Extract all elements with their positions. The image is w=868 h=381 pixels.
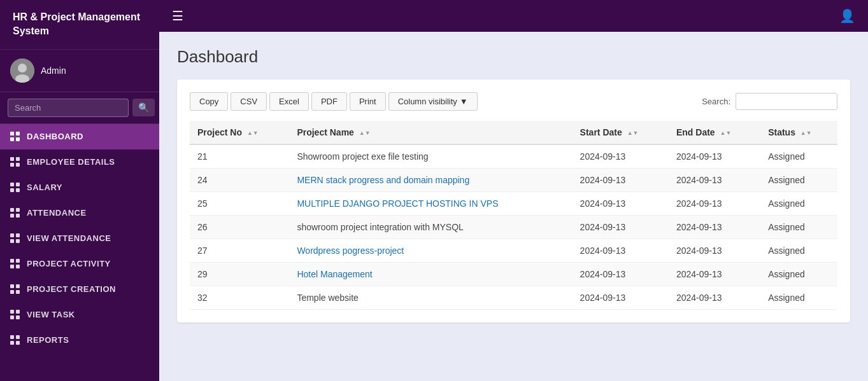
project-name-cell[interactable]: MERN stack progress and domain mapping xyxy=(289,169,572,192)
column-visibility-label: Column visibility xyxy=(398,97,457,106)
csv-button[interactable]: CSV xyxy=(231,92,267,111)
sidebar-item-view-attendance[interactable]: VIEW ATTENDANCE xyxy=(0,226,159,251)
table-row: 24MERN stack progress and domain mapping… xyxy=(190,169,837,192)
main-area: ☰ 👤 Dashboard CopyCSVExcelPDFPrintColumn… xyxy=(159,0,868,381)
dashboard-icon xyxy=(10,132,20,142)
nav-label: VIEW TASK xyxy=(27,310,75,319)
sort-icon-start_date: ▲▼ xyxy=(627,130,639,136)
table-row: 25MULTIPLE DJANGO PROJECT HOSTING IN VPS… xyxy=(190,192,837,216)
status-cell: Assigned xyxy=(760,216,837,239)
search-label: Search: xyxy=(702,97,730,106)
sort-icon-status: ▲▼ xyxy=(800,130,812,136)
start-date-cell: 2024-09-13 xyxy=(573,192,669,216)
status-cell: Assigned xyxy=(760,169,837,192)
projects-table: Project No ▲▼Project Name ▲▼Start Date ▲… xyxy=(190,121,837,310)
sort-icon-project_no: ▲▼ xyxy=(247,130,259,136)
start-date-cell: 2024-09-13 xyxy=(573,239,669,263)
nav-label: REPORTS xyxy=(27,335,69,345)
sidebar-search-area: 🔍 xyxy=(0,92,159,124)
status-cell: Assigned xyxy=(760,144,837,169)
hamburger-icon[interactable]: ☰ xyxy=(172,8,183,24)
table-toolbar: CopyCSVExcelPDFPrintColumn visibility ▼ … xyxy=(190,92,837,111)
col-header-end_date[interactable]: End Date ▲▼ xyxy=(669,121,760,144)
project-creation-icon xyxy=(10,284,20,294)
end-date-cell: 2024-09-13 xyxy=(669,216,760,239)
nav-label: DASHBOARD xyxy=(27,132,83,141)
search-button[interactable]: 🔍 xyxy=(132,99,155,116)
sidebar-item-dashboard[interactable]: DASHBOARD xyxy=(0,124,159,149)
start-date-cell: 2024-09-13 xyxy=(573,263,669,286)
sidebar-item-project-creation[interactable]: PROJECT CREATION xyxy=(0,277,159,302)
nav-label: PROJECT ACTIVITY xyxy=(27,259,111,268)
excel-button[interactable]: Excel xyxy=(269,92,309,111)
nav-label: SALARY xyxy=(27,183,62,192)
project-no-cell: 24 xyxy=(190,169,289,192)
project-no-cell: 21 xyxy=(190,144,289,169)
project-name-cell[interactable]: Hotel Management xyxy=(289,263,572,286)
col-header-status[interactable]: Status ▲▼ xyxy=(760,121,837,144)
nav-label: VIEW ATTENDANCE xyxy=(27,233,111,243)
start-date-cell: 2024-09-13 xyxy=(573,169,669,192)
nav-menu: DASHBOARD EMPLOYEE DETAILS SALARY ATTEND… xyxy=(0,124,159,353)
project-no-cell: 32 xyxy=(190,286,289,310)
col-header-project_no[interactable]: Project No ▲▼ xyxy=(190,121,289,144)
sidebar-item-attendance[interactable]: ATTENDANCE xyxy=(0,200,159,226)
table-row: 29Hotel Management2024-09-132024-09-13As… xyxy=(190,263,837,286)
status-cell: Assigned xyxy=(760,192,837,216)
sidebar-item-salary[interactable]: SALARY xyxy=(0,175,159,200)
pdf-button[interactable]: PDF xyxy=(311,92,347,111)
nav-label: PROJECT CREATION xyxy=(27,284,116,294)
content-area: Dashboard CopyCSVExcelPDFPrintColumn vis… xyxy=(159,32,868,381)
search-input[interactable] xyxy=(8,99,129,117)
view-task-icon xyxy=(10,310,20,320)
col-header-start_date[interactable]: Start Date ▲▼ xyxy=(573,121,669,144)
start-date-cell: 2024-09-13 xyxy=(573,286,669,310)
status-cell: Assigned xyxy=(760,286,837,310)
start-date-cell: 2024-09-13 xyxy=(573,216,669,239)
col-header-project_name[interactable]: Project Name ▲▼ xyxy=(289,121,572,144)
avatar xyxy=(10,59,34,83)
table-search-input[interactable] xyxy=(736,93,837,110)
column-visibility-button[interactable]: Column visibility ▼ xyxy=(388,92,478,111)
table-search-area: Search: xyxy=(702,93,837,110)
user-name: Admin xyxy=(41,66,66,76)
topbar-user-icon[interactable]: 👤 xyxy=(839,8,855,24)
table-row: 26showroom project integration with MYSQ… xyxy=(190,216,837,239)
sidebar-item-reports[interactable]: REPORTS xyxy=(0,328,159,353)
view-attendance-icon xyxy=(10,233,20,244)
table-row: 21Showroom project exe file testing2024-… xyxy=(190,144,837,169)
end-date-cell: 2024-09-13 xyxy=(669,263,760,286)
user-info: Admin xyxy=(0,50,159,92)
project-no-cell: 26 xyxy=(190,216,289,239)
end-date-cell: 2024-09-13 xyxy=(669,239,760,263)
nav-label: EMPLOYEE DETAILS xyxy=(27,157,115,167)
project-no-cell: 27 xyxy=(190,239,289,263)
status-cell: Assigned xyxy=(760,239,837,263)
project-activity-icon xyxy=(10,259,20,269)
start-date-cell: 2024-09-13 xyxy=(573,144,669,169)
topbar: ☰ 👤 xyxy=(159,0,868,32)
project-name-cell: Showroom project exe file testing xyxy=(289,144,572,169)
sidebar-item-project-activity[interactable]: PROJECT ACTIVITY xyxy=(0,251,159,277)
project-name-cell: showroom project integration with MYSQL xyxy=(289,216,572,239)
sidebar-item-view-task[interactable]: VIEW TASK xyxy=(0,302,159,328)
end-date-cell: 2024-09-13 xyxy=(669,192,760,216)
project-name-cell[interactable]: MULTIPLE DJANGO PROJECT HOSTING IN VPS xyxy=(289,192,572,216)
end-date-cell: 2024-09-13 xyxy=(669,144,760,169)
app-title: HR & Project Management System xyxy=(0,0,159,50)
copy-button[interactable]: Copy xyxy=(190,92,228,111)
project-name-cell[interactable]: Wordpress pogress-project xyxy=(289,239,572,263)
table-body: 21Showroom project exe file testing2024-… xyxy=(190,144,837,310)
page-title: Dashboard xyxy=(177,47,850,67)
table-header: Project No ▲▼Project Name ▲▼Start Date ▲… xyxy=(190,121,837,144)
end-date-cell: 2024-09-13 xyxy=(669,169,760,192)
salary-icon xyxy=(10,183,20,193)
project-name-cell: Temple website xyxy=(289,286,572,310)
print-button[interactable]: Print xyxy=(350,92,386,111)
sort-icon-end_date: ▲▼ xyxy=(720,130,732,136)
sidebar: HR & Project Management System Admin 🔍 D… xyxy=(0,0,159,381)
sort-icon-project_name: ▲▼ xyxy=(359,130,371,136)
sidebar-item-employee-details[interactable]: EMPLOYEE DETAILS xyxy=(0,149,159,175)
project-no-cell: 29 xyxy=(190,263,289,286)
export-buttons: CopyCSVExcelPDFPrintColumn visibility ▼ xyxy=(190,92,478,111)
